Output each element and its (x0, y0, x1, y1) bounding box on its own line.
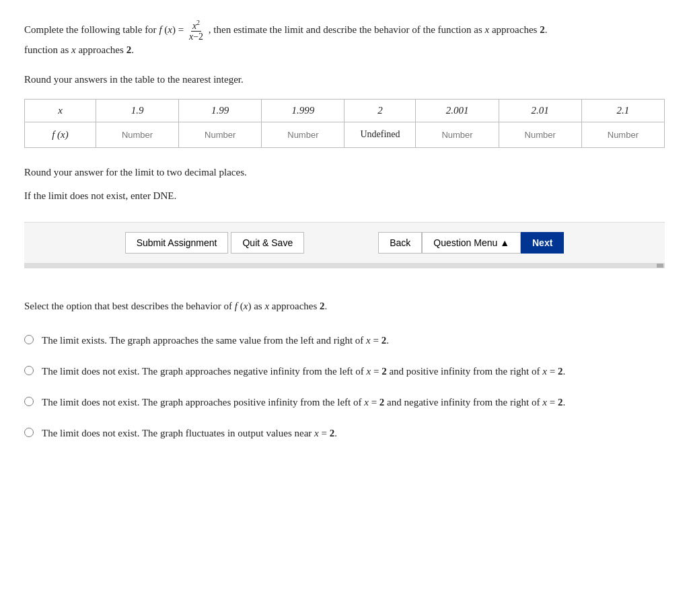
fx-1-99-input[interactable] (193, 130, 247, 140)
round-limit-note: Round your answer for the limit to two d… (24, 167, 665, 178)
behavior-question: Select the option that best describes th… (24, 301, 665, 312)
next-button[interactable]: Next (521, 232, 564, 254)
col-2-01: 2.01 (499, 99, 581, 122)
dne-note: If the limit does not exist, enter DNE. (24, 190, 665, 202)
function-formula: f (x) = x2 x−2 (159, 24, 208, 35)
fx-1-9-cell[interactable] (96, 122, 178, 147)
option-1-label[interactable]: The limit exists. The graph approaches t… (42, 332, 665, 348)
x-variable: x (485, 24, 490, 35)
fx-2-001-cell[interactable] (416, 122, 499, 147)
fx-2-cell: Undefined (344, 122, 416, 147)
option-2-label[interactable]: The limit does not exist. The graph appr… (42, 363, 665, 379)
problem-text: Complete the following table for f (x) =… (24, 19, 665, 59)
limit-value: 2 (540, 24, 545, 35)
fx-2-1-input[interactable] (596, 130, 650, 140)
option-4-label[interactable]: The limit does not exist. The graph fluc… (42, 425, 665, 441)
problem-text-1: Complete the following table for (24, 24, 159, 35)
col-2-001: 2.001 (416, 99, 499, 122)
option-4-item: The limit does not exist. The graph fluc… (24, 425, 665, 441)
fx-2-01-input[interactable] (513, 130, 567, 140)
option-3-radio[interactable] (24, 397, 34, 406)
behavior-question-text: Select the option that best describes th… (24, 301, 327, 311)
fx-2-1-cell[interactable] (581, 122, 664, 147)
approaches-text: approaches (492, 24, 540, 35)
col-2: 2 (344, 99, 416, 122)
radio-group: The limit exists. The graph approaches t… (24, 332, 665, 441)
toolbar: Submit Assignment Quit & Save Back Quest… (24, 222, 665, 263)
toolbar-center: Submit Assignment Quit & Save (125, 232, 305, 254)
problem-text-2: , then estimate the limit and describe t… (209, 24, 485, 35)
fx-1-99-cell[interactable] (179, 122, 262, 147)
round-table-note: Round your answers in the table to the n… (24, 74, 665, 85)
fx-row-label: f (x) (25, 122, 96, 147)
option-4-radio[interactable] (24, 428, 34, 437)
function-as-text: function as x approaches 2. (24, 44, 134, 55)
top-section: Complete the following table for f (x) =… (0, 0, 689, 282)
question-menu-button[interactable]: Question Menu ▲ (422, 232, 521, 254)
option-3-item: The limit does not exist. The graph appr… (24, 394, 665, 410)
bottom-section: Select the option that best describes th… (0, 282, 689, 461)
submit-button[interactable]: Submit Assignment (125, 232, 229, 254)
back-button[interactable]: Back (378, 232, 422, 254)
col-1-99: 1.99 (179, 99, 262, 122)
col-1-999: 1.999 (262, 99, 344, 122)
value-table: x 1.9 1.99 1.999 2 2.001 2.01 2.1 f (x) (24, 99, 665, 148)
option-2-radio[interactable] (24, 366, 34, 375)
col-2-1: 2.1 (581, 99, 664, 122)
col-1-9: 1.9 (96, 99, 178, 122)
fx-1-9-input[interactable] (110, 130, 164, 140)
x-header: x (25, 99, 96, 122)
option-2-item: The limit does not exist. The graph appr… (24, 363, 665, 379)
period: . (545, 24, 548, 35)
fx-2-001-input[interactable] (431, 130, 484, 140)
quit-save-button[interactable]: Quit & Save (231, 232, 304, 254)
fx-1-999-cell[interactable] (262, 122, 344, 147)
scrollbar (24, 263, 665, 268)
scrollbar-thumb[interactable] (657, 264, 663, 268)
toolbar-right: Back Question Menu ▲ Next (338, 232, 564, 254)
fx-2-01-cell[interactable] (499, 122, 581, 147)
option-1-radio[interactable] (24, 335, 34, 344)
fx-1-999-input[interactable] (276, 130, 330, 140)
option-1-item: The limit exists. The graph approaches t… (24, 332, 665, 348)
option-3-label[interactable]: The limit does not exist. The graph appr… (42, 394, 665, 410)
